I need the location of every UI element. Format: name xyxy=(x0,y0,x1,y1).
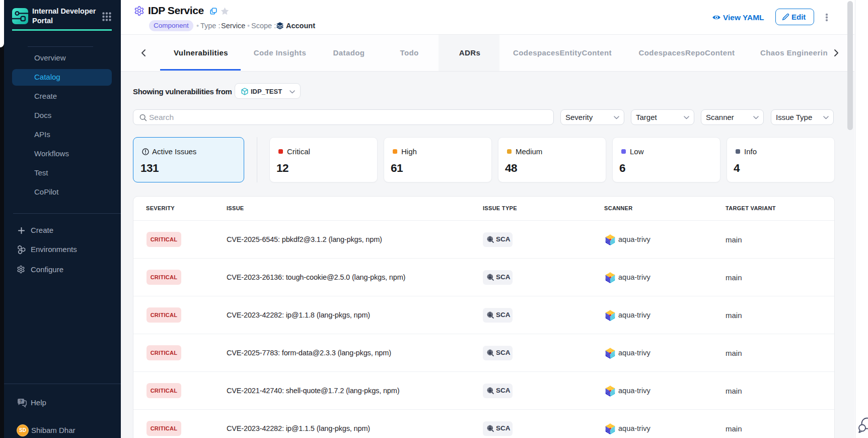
svg-text:?: ? xyxy=(20,399,23,404)
